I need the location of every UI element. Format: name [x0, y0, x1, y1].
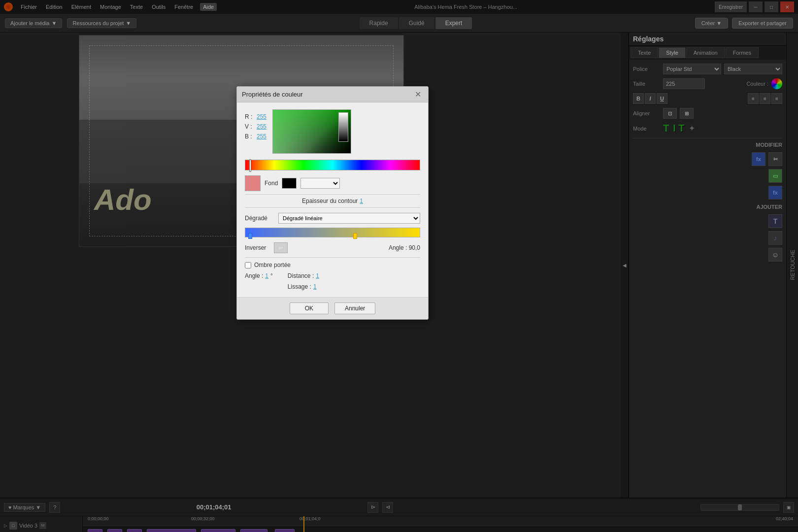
color-gradient-box[interactable]: [272, 109, 351, 154]
fond-type-select[interactable]: [300, 178, 340, 189]
angle-text: Angle : 90,0: [389, 244, 420, 251]
dialog-title: Propriétés de couleur: [242, 91, 303, 98]
inverser-icon[interactable]: ⇄: [274, 242, 288, 253]
shadow-lissage-value[interactable]: 1: [313, 283, 317, 290]
color-properties-dialog: Propriétés de couleur ✕ R : 255 V : 255 …: [236, 86, 429, 320]
shadow-angle-value[interactable]: 1: [265, 272, 268, 279]
shadow-field-angle: Angle : 1 °: [245, 272, 273, 290]
shadow-lissage-label: Lissage :: [288, 283, 311, 290]
v-value-link[interactable]: 255: [257, 123, 266, 130]
r-value-link[interactable]: 255: [257, 113, 266, 120]
r-label: R :: [245, 113, 255, 120]
degrade-label: Dégradé: [245, 215, 274, 222]
dialog-header: Propriétés de couleur ✕: [237, 87, 428, 102]
shadow-angle-label: Angle :: [245, 272, 263, 279]
degrade-section: Dégradé Dégradé linéaire: [245, 213, 420, 237]
shadow-distance-row: Distance : 1: [288, 272, 319, 279]
shadow-angle-unit: °: [270, 272, 273, 279]
shadow-fields: Angle : 1 ° Distance : 1 Lissage : 1: [245, 272, 420, 290]
shadow-section: Ombre portée Angle : 1 ° Distance : 1: [245, 257, 420, 290]
contour-label: Epaisseur du contour: [302, 198, 358, 204]
degrade-handle-right[interactable]: [353, 233, 357, 239]
degrade-select[interactable]: Dégradé linéaire: [278, 213, 420, 224]
degrade-bar: [245, 228, 420, 237]
degrade-row: Dégradé Dégradé linéaire: [245, 213, 420, 224]
annuler-button[interactable]: Annuler: [334, 302, 375, 314]
ok-button[interactable]: OK: [290, 302, 329, 314]
color-picker-area: R : 255 V : 255 B : 255: [245, 109, 420, 154]
spectrum-cursor[interactable]: [249, 159, 251, 172]
shadow-angle-row: Angle : 1 °: [245, 272, 273, 279]
inverser-row: Inverser ⇄ Angle : 90,0: [245, 242, 420, 253]
shadow-label: Ombre portée: [254, 262, 291, 268]
color-spectrum[interactable]: [245, 160, 420, 170]
rgb-inputs: R : 255 V : 255 B : 255: [245, 109, 266, 154]
shadow-distance-label: Distance :: [288, 272, 314, 279]
v-row: V : 255: [245, 123, 266, 130]
dialog-body: R : 255 V : 255 B : 255: [237, 102, 428, 297]
fond-black-swatch[interactable]: [282, 178, 297, 189]
b-label: B :: [245, 133, 255, 140]
shadow-field-distance: Distance : 1 Lissage : 1: [288, 272, 319, 290]
r-row: R : 255: [245, 113, 266, 120]
fond-color-preview[interactable]: [245, 175, 261, 191]
contour-value-link[interactable]: 1: [360, 198, 363, 204]
dialog-close-button[interactable]: ✕: [413, 90, 423, 99]
inverser-label: Inverser: [245, 244, 266, 251]
fond-row: Fond: [245, 175, 420, 191]
shadow-lissage-row: Lissage : 1: [288, 283, 319, 290]
v-label: V :: [245, 123, 255, 130]
contour-row: Epaisseur du contour 1: [245, 194, 420, 208]
b-value-link[interactable]: 255: [257, 133, 266, 140]
shadow-distance-value[interactable]: 1: [316, 272, 319, 279]
fond-label: Fond: [265, 180, 278, 187]
dialog-footer: OK Annuler: [237, 297, 428, 319]
degrade-handle-left[interactable]: [248, 233, 252, 239]
b-row: B : 255: [245, 133, 266, 140]
dialog-overlay: Propriétés de couleur ✕ R : 255 V : 255 …: [0, 0, 798, 532]
shadow-checkbox[interactable]: [245, 262, 251, 268]
shadow-checkbox-row: Ombre portée: [245, 262, 420, 268]
